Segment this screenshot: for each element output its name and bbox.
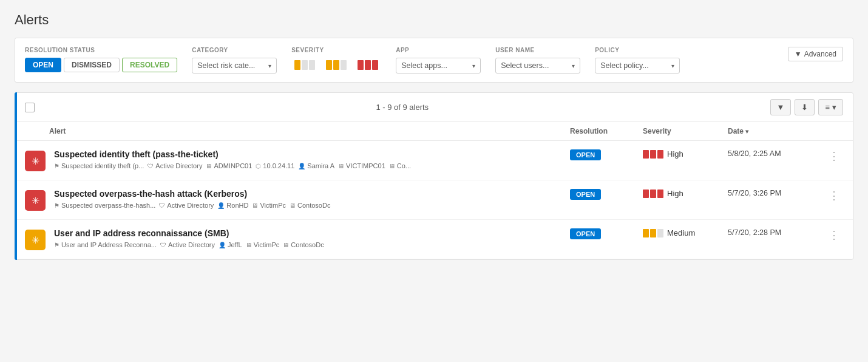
resolved-button[interactable]: RESOLVED xyxy=(122,58,177,72)
alert-title[interactable]: User and IP address reconnaissance (SMB) xyxy=(54,228,570,238)
computer-icon: 🖥 xyxy=(206,163,212,169)
dismissed-button[interactable]: DISMISSED xyxy=(64,58,120,72)
resolution-column-header: Resolution xyxy=(570,127,643,135)
category-filter: CATEGORY Select risk cate... ▾ xyxy=(192,47,277,73)
chevron-down-icon: ▾ xyxy=(832,103,836,112)
alert-severity-icon: ✳ xyxy=(25,151,46,171)
severity-display: High xyxy=(643,189,728,198)
columns-button[interactable]: ≡ ▾ xyxy=(818,99,843,115)
more-actions-button[interactable]: ⋮ xyxy=(825,149,843,163)
table-toolbar: 1 - 9 of 9 alerts ▼ ⬇ ≡ ▾ xyxy=(15,93,853,122)
table-row: ✳ Suspected identity theft (pass-the-tic… xyxy=(15,141,853,180)
shield-icon: 🛡 xyxy=(159,202,165,209)
download-button[interactable]: ⬇ xyxy=(795,99,815,115)
status-badge: OPEN xyxy=(570,189,601,200)
table-row: ✳ Suspected overpass-the-hash attack (Ke… xyxy=(15,180,853,220)
filter-button[interactable]: ▼ xyxy=(770,99,792,115)
severity-label: Medium xyxy=(667,228,695,237)
alert-tag: ⚑ User and IP Address Reconna... xyxy=(54,241,157,248)
user-icon: 👤 xyxy=(219,242,226,248)
severity-high-icon[interactable] xyxy=(354,58,381,72)
status-badge: OPEN xyxy=(570,228,601,239)
left-accent xyxy=(15,92,17,260)
username-filter: USER NAME Select users... ▾ xyxy=(495,47,580,73)
alert-tag: 👤 JeffL xyxy=(219,241,242,248)
severity-blocks xyxy=(643,190,663,198)
alert-tag: 👤 Samira A xyxy=(298,162,334,169)
tag-icon: ⚑ xyxy=(54,163,59,169)
policy-filter: POLICY Select policy... ▾ xyxy=(595,47,680,73)
alert-tag: 🖥 ADMINPC01 xyxy=(206,162,252,169)
app-dropdown[interactable]: Select apps... ▾ xyxy=(396,58,481,73)
computer-icon: 🖥 xyxy=(283,242,289,248)
app-dropdown-text: Select apps... xyxy=(401,61,447,70)
severity-label: High xyxy=(667,189,683,198)
tag-icon: ⚑ xyxy=(54,242,59,248)
computer-icon: 🖥 xyxy=(290,202,296,209)
user-dropdown-text: Select users... xyxy=(501,61,549,70)
alert-date: 5/7/20, 3:26 PM xyxy=(728,189,825,197)
category-dropdown-text: Select risk cate... xyxy=(197,61,255,70)
alert-content: Suspected identity theft (pass-the-ticke… xyxy=(49,149,570,169)
alert-column-header: Alert xyxy=(49,127,570,135)
more-actions-button[interactable]: ⋮ xyxy=(825,228,843,242)
advanced-label: Advanced xyxy=(804,50,836,58)
severity-display: Medium xyxy=(643,228,728,237)
severity-medium-icon[interactable] xyxy=(323,58,350,72)
date-column-header[interactable]: Date ▾ xyxy=(728,127,825,135)
alert-title[interactable]: Suspected identity theft (pass-the-ticke… xyxy=(54,149,570,159)
alert-tags: ⚑ Suspected identity theft (p... 🛡 Activ… xyxy=(54,162,570,169)
shield-icon: 🛡 xyxy=(160,242,166,248)
severity-low-icon[interactable] xyxy=(291,58,318,72)
resolution-status-filter: RESOLUTION STATUS OPEN DISMISSED RESOLVE… xyxy=(25,47,177,72)
alert-tag: 🖥 VictimPc xyxy=(246,241,280,248)
alert-title[interactable]: Suspected overpass-the-hash attack (Kerb… xyxy=(54,189,570,199)
app-label: APP xyxy=(396,47,481,53)
severity-filter: SEVERITY xyxy=(291,47,381,72)
severity-label: SEVERITY xyxy=(291,47,381,53)
computer-icon: 🖥 xyxy=(246,242,252,248)
chevron-down-icon: ▾ xyxy=(268,63,271,69)
username-label: USER NAME xyxy=(495,47,580,53)
filter-icon: ▼ xyxy=(795,50,802,58)
advanced-button[interactable]: ▼ Advanced xyxy=(788,47,843,61)
alert-tag: ⚑ Suspected overpass-the-hash... xyxy=(54,202,155,209)
category-label: CATEGORY xyxy=(192,47,277,53)
user-dropdown[interactable]: Select users... ▾ xyxy=(495,58,580,73)
severity-label: High xyxy=(667,149,683,159)
policy-dropdown[interactable]: Select policy... ▾ xyxy=(595,58,680,73)
alert-tags: ⚑ User and IP Address Reconna... 🛡 Activ… xyxy=(54,241,570,248)
resolution-status-label: RESOLUTION STATUS xyxy=(25,47,177,53)
alert-tag: 🖥 ContosoDc xyxy=(290,202,330,209)
funnel-icon: ▼ xyxy=(777,103,785,112)
asterisk-icon: ✳ xyxy=(32,234,39,246)
app-filter: APP Select apps... ▾ xyxy=(396,47,481,73)
policy-label: POLICY xyxy=(595,47,680,53)
alert-tag: ⬡ 10.0.24.11 xyxy=(256,162,294,169)
tag-icon: ⚑ xyxy=(54,202,59,209)
toolbar-actions: ▼ ⬇ ≡ ▾ xyxy=(770,99,843,115)
asterisk-icon: ✳ xyxy=(32,155,39,167)
severity-column-header: Severity xyxy=(643,127,728,135)
computer-icon: 🖥 xyxy=(338,163,344,169)
status-badge: OPEN xyxy=(570,149,601,160)
alert-tag: 🛡 Active Directory xyxy=(159,202,214,209)
alerts-table: 1 - 9 of 9 alerts ▼ ⬇ ≡ ▾ Ale xyxy=(15,92,853,260)
alert-tags: ⚑ Suspected overpass-the-hash... 🛡 Activ… xyxy=(54,202,570,209)
user-icon: 👤 xyxy=(298,163,305,169)
alert-tag: 🖥 Co... xyxy=(389,162,411,169)
severity-icons xyxy=(291,58,381,72)
select-all-checkbox[interactable] xyxy=(25,103,35,112)
table-row: ✳ User and IP address reconnaissance (SM… xyxy=(15,220,853,259)
category-dropdown[interactable]: Select risk cate... ▾ xyxy=(192,58,277,73)
more-actions-button[interactable]: ⋮ xyxy=(825,189,843,202)
asterisk-icon: ✳ xyxy=(32,195,39,207)
columns-icon: ≡ xyxy=(825,103,830,112)
alert-tag: 🛡 Active Directory xyxy=(160,241,215,248)
policy-dropdown-text: Select policy... xyxy=(600,61,649,70)
open-button[interactable]: OPEN xyxy=(25,58,61,72)
alert-tag: 🖥 VICTIMPC01 xyxy=(338,162,385,169)
alert-severity-icon: ✳ xyxy=(25,190,46,211)
user-icon: 👤 xyxy=(217,202,225,209)
alert-tag: 👤 RonHD xyxy=(217,202,248,209)
